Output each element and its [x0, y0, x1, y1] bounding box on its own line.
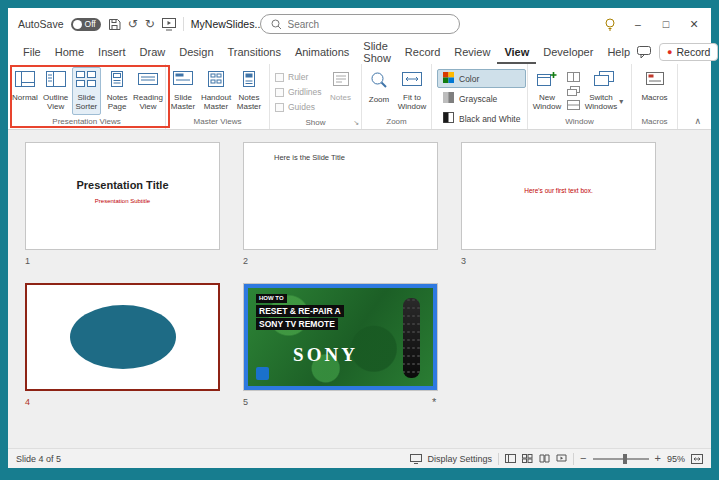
show-checkboxes: Ruler Gridlines Guides	[272, 67, 325, 117]
grayscale-button[interactable]: Grayscale	[437, 89, 526, 108]
new-window-button[interactable]: New Window	[530, 67, 564, 115]
reading-view-label: Reading View	[133, 93, 163, 111]
window-small-buttons	[565, 67, 582, 115]
color-button[interactable]: Color	[437, 69, 526, 88]
ruler-checkbox[interactable]: Ruler	[275, 72, 322, 82]
slide5-animation-marker: *	[432, 396, 436, 408]
fit-slide-to-window-icon[interactable]	[691, 454, 703, 464]
slide-thumbnail-1[interactable]: Presentation Title Presentation Subtitle	[25, 142, 220, 250]
chevron-down-icon: ▾	[619, 98, 623, 106]
dialog-launcher-icon[interactable]: ↘	[353, 119, 359, 126]
fit-to-window-button[interactable]: Fit to Window	[395, 67, 429, 115]
normal-view-statusbar-icon[interactable]	[505, 454, 516, 463]
tab-insert[interactable]: Insert	[91, 40, 133, 64]
normal-view-button[interactable]: Normal	[10, 67, 40, 106]
tab-view[interactable]: View	[497, 40, 536, 64]
slide-thumbnail-3[interactable]: Here's our first text box.	[461, 142, 656, 250]
tab-animations[interactable]: Animations	[288, 40, 356, 64]
handout-master-button[interactable]: Handout Master	[199, 67, 233, 115]
outline-view-icon	[46, 71, 66, 91]
slide2-title: Here is the Slide Title	[274, 153, 345, 162]
start-slideshow-icon[interactable]	[162, 18, 176, 31]
tab-home[interactable]: Home	[48, 40, 91, 64]
zoom-button[interactable]: Zoom	[364, 67, 394, 108]
tab-file[interactable]: File	[16, 40, 48, 64]
gridlines-checkbox[interactable]: Gridlines	[275, 87, 322, 97]
handout-master-label: Handout Master	[201, 93, 231, 111]
slide-thumbnail-5[interactable]: HOW TO RESET & RE-PAIR A SONY TV REMOTE …	[243, 283, 438, 391]
reading-view-button[interactable]: Reading View	[133, 67, 163, 115]
normal-view-icon	[15, 71, 35, 91]
slide-number-3: 3	[461, 256, 466, 266]
handout-master-icon	[206, 71, 226, 91]
tab-developer[interactable]: Developer	[536, 40, 600, 64]
slide-thumbnail-4-selected[interactable]	[25, 283, 220, 391]
zoom-icon	[369, 71, 389, 93]
tab-design[interactable]: Design	[172, 40, 220, 64]
redo-icon[interactable]: ↻	[145, 18, 155, 30]
ribbon-tab-bar-right: ● Record Share	[637, 43, 719, 61]
slide-thumbnail-2[interactable]: Here is the Slide Title	[243, 142, 438, 250]
close-button[interactable]: ×	[681, 11, 707, 37]
record-button[interactable]: ● Record	[659, 43, 718, 61]
zoom-in-button[interactable]: +	[655, 453, 661, 464]
guides-label: Guides	[288, 102, 315, 112]
notes-master-button[interactable]: Notes Master	[234, 67, 264, 115]
statusbar-divider	[498, 453, 499, 465]
slide-sorter-statusbar-icon[interactable]	[522, 454, 533, 463]
move-split-icon[interactable]	[567, 100, 580, 110]
tab-slide-show[interactable]: Slide Show	[356, 40, 398, 64]
notes-master-label: Notes Master	[236, 93, 262, 111]
zoom-out-button[interactable]: −	[580, 453, 586, 464]
tab-transitions[interactable]: Transitions	[221, 40, 288, 64]
black-and-white-button[interactable]: Black and White	[437, 109, 526, 128]
save-icon[interactable]	[108, 18, 121, 31]
notes-page-button[interactable]: Notes Page	[102, 67, 132, 115]
arrange-all-icon[interactable]	[567, 72, 580, 82]
macros-button[interactable]: Macros	[638, 67, 672, 106]
minimize-button[interactable]: –	[625, 11, 651, 37]
grayscale-icon	[443, 92, 454, 105]
outline-view-button[interactable]: Outline View	[41, 67, 71, 115]
comments-icon[interactable]	[637, 46, 651, 58]
autosave-toggle[interactable]: Off	[71, 18, 101, 31]
search-input[interactable]	[288, 19, 449, 30]
notes-button[interactable]: Notes	[326, 67, 356, 106]
undo-icon[interactable]: ↺	[128, 18, 138, 30]
slide-master-button[interactable]: Slide Master	[168, 67, 198, 115]
display-settings-label[interactable]: Display Settings	[428, 454, 493, 464]
fit-to-window-label: Fit to Window	[397, 93, 427, 111]
gridlines-label: Gridlines	[288, 87, 322, 97]
zoom-slider-thumb[interactable]	[623, 454, 627, 464]
cascade-icon[interactable]	[567, 86, 580, 96]
document-title[interactable]: MyNewSlides...	[191, 18, 263, 30]
reading-view-statusbar-icon[interactable]	[539, 454, 550, 463]
collapse-ribbon-icon[interactable]: ∧	[694, 116, 701, 126]
grayscale-label: Grayscale	[459, 94, 497, 104]
switch-windows-button[interactable]: Switch Windows ▾	[583, 67, 625, 115]
slideshow-statusbar-icon[interactable]	[556, 454, 567, 463]
status-bar: Slide 4 of 5 Display Settings − + 95%	[8, 448, 711, 468]
zoom-slider[interactable]	[593, 458, 649, 460]
tab-draw[interactable]: Draw	[133, 40, 173, 64]
tab-review[interactable]: Review	[447, 40, 497, 64]
guides-checkbox[interactable]: Guides	[275, 102, 322, 112]
display-settings-icon[interactable]	[410, 454, 422, 464]
maximize-button[interactable]: □	[653, 11, 679, 37]
zoom-percentage[interactable]: 95%	[667, 454, 685, 464]
powerpoint-window: AutoSave Off ↺ ↻ MyNewSlides... ▾ • Save…	[8, 8, 711, 468]
group-label-zoom: Zoom	[362, 116, 431, 129]
slide-sorter-button[interactable]: Slide Sorter	[72, 67, 102, 115]
group-window: New Window Switch Windows ▾ Window	[528, 64, 632, 129]
search-box[interactable]	[260, 14, 460, 34]
fit-to-window-icon	[402, 71, 422, 91]
tab-record[interactable]: Record	[398, 40, 447, 64]
lightbulb-icon[interactable]	[597, 11, 623, 37]
ribbon-tab-bar: File Home Insert Draw Design Transitions…	[8, 40, 711, 64]
slide-master-label: Slide Master	[170, 93, 196, 111]
slide-sorter-canvas[interactable]: Presentation Title Presentation Subtitle…	[8, 130, 711, 448]
checkbox-icon	[275, 88, 284, 97]
tab-help[interactable]: Help	[600, 40, 637, 64]
group-label-presentation-views: Presentation Views	[8, 116, 165, 129]
checkbox-icon	[275, 103, 284, 112]
